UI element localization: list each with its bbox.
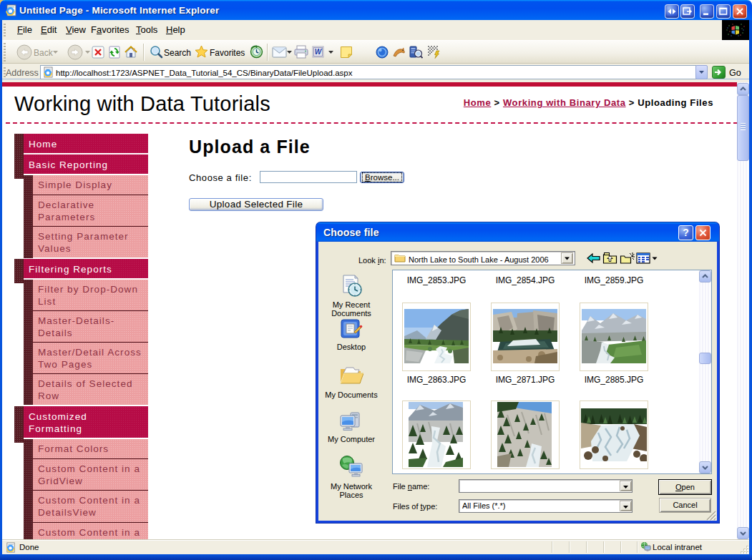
svg-text:W: W bbox=[315, 48, 323, 56]
